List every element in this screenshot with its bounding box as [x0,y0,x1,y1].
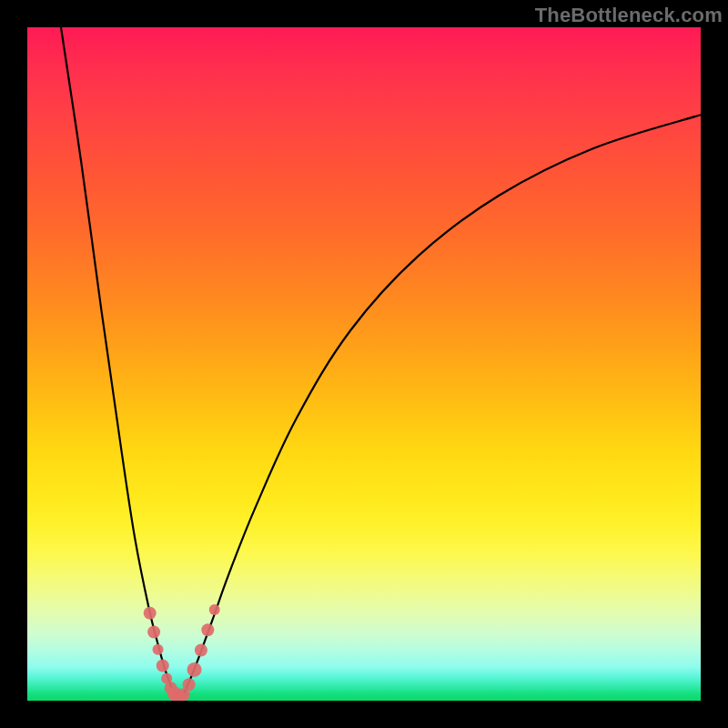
plot-area [27,27,701,701]
data-point-marker [147,626,160,639]
curve-data-points [144,604,220,701]
bottleneck-curve [61,27,701,699]
curve-layer [27,27,701,701]
data-point-marker [183,678,196,691]
data-point-marker [157,660,169,672]
curve-right-branch [179,115,701,699]
chart-frame: TheBottleneck.com [0,0,728,728]
curve-left-branch [61,27,179,699]
data-point-marker [201,623,214,636]
watermark-text: TheBottleneck.com [535,4,723,27]
data-point-marker [153,644,164,655]
data-point-marker [195,644,207,657]
data-point-marker [144,607,157,620]
data-point-marker [187,662,202,677]
data-point-marker [209,604,220,615]
